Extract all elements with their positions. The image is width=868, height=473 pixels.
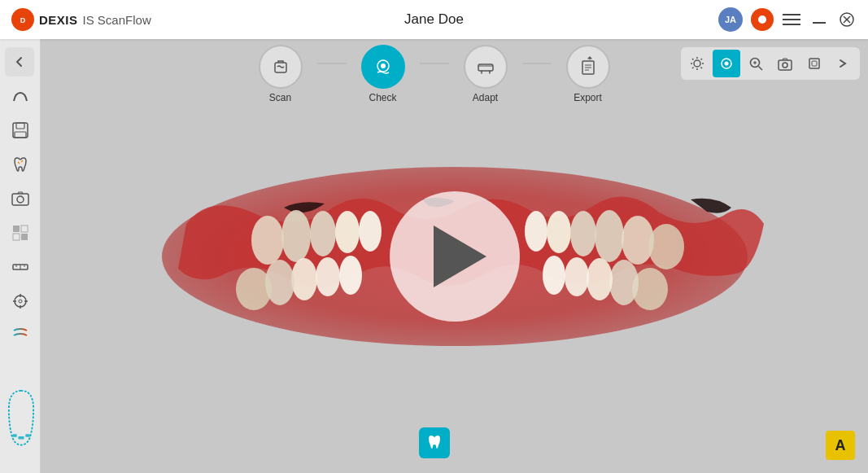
svg-line-24 — [701, 68, 703, 69]
zoom-button[interactable] — [742, 50, 770, 77]
more-button[interactable] — [830, 50, 857, 77]
svg-rect-40 — [15, 132, 26, 138]
export-step-icon — [566, 45, 610, 89]
svg-rect-39 — [16, 123, 24, 129]
svg-point-34 — [783, 63, 787, 68]
svg-point-28 — [725, 62, 729, 66]
back-button[interactable] — [5, 47, 34, 77]
svg-point-68 — [570, 211, 596, 256]
connector-3 — [522, 63, 552, 64]
save-button[interactable] — [6, 116, 35, 145]
tooth-tool-button[interactable] — [6, 150, 35, 179]
ruler-button[interactable] — [6, 252, 35, 282]
record-button[interactable] — [751, 8, 774, 31]
svg-point-62 — [281, 210, 311, 262]
avatar-button[interactable]: JA — [718, 7, 743, 32]
adapt-step-label: Adapt — [473, 92, 498, 103]
scan-step-label: Scan — [269, 92, 291, 103]
svg-rect-36 — [812, 61, 817, 66]
svg-point-71 — [648, 224, 684, 269]
logo-text: DEXIS — [39, 13, 78, 27]
svg-text:D: D — [20, 16, 26, 24]
svg-point-65 — [359, 211, 382, 252]
check-step-icon — [361, 45, 405, 89]
annotation-button[interactable]: A — [826, 431, 855, 460]
play-icon — [434, 226, 486, 287]
svg-rect-33 — [779, 60, 792, 70]
top-right-controls: JA — [718, 7, 857, 32]
checker-button[interactable] — [6, 218, 35, 247]
close-button[interactable] — [837, 10, 857, 29]
cube-button[interactable] — [800, 50, 828, 77]
logo-icon: D — [11, 8, 34, 31]
svg-rect-58 — [18, 436, 24, 440]
left-sidebar — [0, 39, 41, 473]
svg-point-76 — [543, 256, 565, 295]
svg-point-74 — [587, 258, 613, 300]
svg-point-56 — [19, 300, 22, 303]
view-button[interactable] — [713, 50, 740, 77]
svg-point-73 — [609, 260, 639, 305]
export-step-label: Export — [574, 92, 602, 103]
workflow-step-scan[interactable]: Scan — [244, 45, 317, 103]
play-button[interactable] — [390, 191, 520, 322]
connector-2 — [420, 63, 449, 64]
svg-point-18 — [694, 60, 700, 67]
svg-rect-12 — [478, 64, 493, 71]
workflow-step-adapt[interactable]: Adapt — [449, 45, 522, 103]
svg-point-67 — [547, 211, 571, 253]
connector-1 — [317, 63, 347, 64]
top-bar: D DEXIS IS ScanFlow Jane Doe JA — [0, 0, 868, 39]
photo-capture-button[interactable] — [6, 184, 35, 213]
svg-point-77 — [339, 256, 362, 295]
scan-step-icon — [259, 45, 303, 89]
svg-point-75 — [565, 257, 589, 296]
svg-rect-35 — [809, 59, 819, 68]
workflow-step-export[interactable]: Export — [552, 45, 625, 103]
workflow-step-check[interactable]: Check — [347, 45, 420, 103]
menu-button[interactable] — [782, 10, 801, 29]
arch-diagram — [4, 383, 38, 449]
svg-point-79 — [291, 258, 317, 300]
tooth-view-button[interactable] — [419, 427, 450, 458]
svg-point-81 — [236, 268, 272, 310]
main-area — [41, 39, 868, 473]
crosshair-button[interactable] — [6, 287, 35, 316]
svg-line-25 — [701, 59, 703, 60]
svg-rect-44 — [21, 226, 28, 232]
right-toolbar — [681, 47, 860, 80]
logo-area: D DEXIS IS ScanFlow — [11, 8, 151, 31]
svg-point-69 — [595, 210, 624, 262]
patient-name: Jane Doe — [404, 11, 464, 28]
svg-line-23 — [692, 59, 694, 60]
arch-button[interactable] — [6, 81, 35, 111]
svg-rect-45 — [13, 234, 20, 240]
camera-button[interactable] — [771, 50, 799, 77]
adapt-step-icon — [464, 45, 508, 89]
gradient-button[interactable] — [6, 321, 35, 350]
svg-point-63 — [310, 211, 336, 256]
check-step-label: Check — [369, 92, 396, 103]
svg-rect-57 — [12, 434, 16, 437]
workflow-bar: Scan Check Adapt — [244, 45, 625, 103]
svg-point-51 — [15, 296, 26, 307]
svg-line-26 — [692, 68, 694, 69]
svg-point-61 — [251, 216, 284, 265]
logo-sub: IS ScanFlow — [83, 13, 151, 27]
svg-point-78 — [316, 257, 340, 296]
svg-point-66 — [525, 211, 547, 252]
svg-point-11 — [381, 64, 386, 68]
svg-rect-46 — [21, 234, 28, 240]
svg-point-42 — [17, 196, 24, 203]
svg-rect-38 — [13, 123, 28, 138]
svg-line-30 — [759, 67, 763, 71]
svg-rect-59 — [25, 434, 29, 437]
minimize-button[interactable] — [809, 10, 829, 29]
svg-rect-43 — [13, 226, 20, 232]
light-button[interactable] — [683, 50, 711, 77]
svg-rect-41 — [12, 194, 28, 205]
svg-point-64 — [335, 211, 360, 253]
